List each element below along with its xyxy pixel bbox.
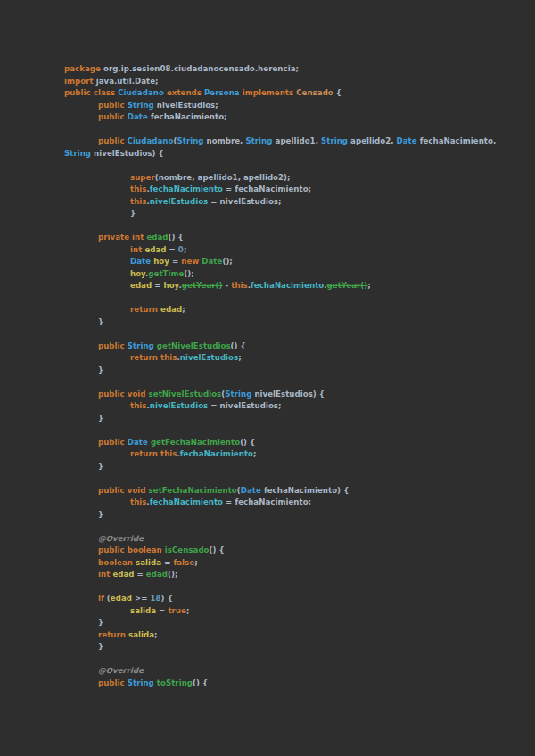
code-line-blank <box>64 220 531 233</box>
code-token-p: - <box>223 281 232 290</box>
code-token-k: int <box>130 245 144 254</box>
code-token-k: return <box>98 630 128 639</box>
code-token-t: String <box>321 136 350 145</box>
code-token-t: String <box>128 341 157 350</box>
code-token-k: this <box>130 497 147 506</box>
code-token-k: new <box>181 257 202 266</box>
code-line: @Override <box>64 665 531 678</box>
code-line: } <box>64 365 531 377</box>
code-token-p: (); <box>184 269 193 278</box>
code-line: public void setFechaNacimiento(Date fech… <box>64 485 531 497</box>
code-line: this.fechaNacimiento = fechaNacimiento; <box>64 184 531 196</box>
code-token-k: return <box>130 305 160 314</box>
code-token-m: getFechaNacimiento <box>151 438 240 447</box>
code-token-v: hoy <box>153 257 172 266</box>
code-line: } <box>64 461 531 473</box>
code-line: hoy.getTime(); <box>64 268 531 281</box>
code-token-k: public <box>98 136 128 145</box>
code-token-v: edad <box>112 570 136 579</box>
code-token-m: getNivelEstudios <box>157 341 231 350</box>
code-token-p: } <box>98 414 103 423</box>
code-line: salida = true; <box>64 605 531 618</box>
code-token-t: String <box>225 390 254 399</box>
code-token-p: = <box>169 245 178 254</box>
code-token-p: java.util.Date; <box>96 77 159 86</box>
code-line: @Override <box>64 533 531 546</box>
code-token-p: } <box>130 209 136 218</box>
code-token-m: edad <box>146 570 168 579</box>
code-line: public Date fechaNacimiento; <box>64 111 531 124</box>
code-token-a: @Override <box>98 534 144 543</box>
code-line-blank <box>64 328 531 341</box>
code-token-p: () { <box>169 233 184 242</box>
code-token-k: extends <box>167 88 204 97</box>
code-token-k: this <box>130 185 147 193</box>
code-token-f: fechaNacimiento <box>150 497 226 506</box>
code-token-p: nivelEstudios) { <box>254 390 325 399</box>
code-token-p: fechaNacimiento; <box>151 112 227 121</box>
code-line-blank <box>64 292 531 305</box>
code-token-p: { <box>336 88 342 97</box>
code-token-p: fechaNacimiento) { <box>264 486 349 495</box>
code-token-k: implements <box>243 88 297 97</box>
code-line: public String nivelEstudios; <box>64 100 531 112</box>
code-line: public class Ciudadano extends Persona i… <box>64 87 531 100</box>
code-token-k: true <box>168 606 186 615</box>
code-token-t: Date <box>128 438 151 447</box>
code-token-p: nombre, <box>207 136 246 145</box>
code-token-v: salida <box>136 558 164 567</box>
code-token-v: hoy <box>163 281 178 290</box>
code-token-p: ; <box>253 449 257 458</box>
code-token-t: String <box>128 678 157 687</box>
code-line: } <box>64 413 531 425</box>
code-token-k: public void <box>98 486 149 495</box>
code-token-t: Date <box>241 486 264 495</box>
code-token-p: = <box>154 281 163 290</box>
code-token-p: ; <box>154 630 158 639</box>
code-line-blank <box>64 424 531 437</box>
code-line: public Ciudadano(String nombre, String a… <box>64 136 531 148</box>
code-line: } <box>64 641 531 653</box>
code-token-t: Ciudadano <box>118 88 167 97</box>
code-line: public String getNivelEstudios() { <box>64 341 531 353</box>
code-token-p: } <box>98 366 103 374</box>
code-token-p: apellido1, <box>276 136 321 145</box>
code-token-t: String <box>64 149 94 158</box>
code-token-p: apellido2, <box>350 136 396 145</box>
code-line-blank <box>64 521 531 533</box>
code-line-blank <box>64 376 531 389</box>
code-line: boolean salida = false; <box>64 557 531 570</box>
code-token-t: String <box>177 136 206 145</box>
code-token-k: public <box>98 341 128 350</box>
code-token-k: import <box>64 77 96 86</box>
code-line: int edad = 0; <box>64 244 531 257</box>
code-line: return edad; <box>64 304 531 316</box>
code-token-p: ; <box>184 245 187 254</box>
code-token-k: public <box>98 112 128 121</box>
screenshot-root: { "document": { "kind": "java-source-lis… <box>0 0 535 756</box>
code-line: public String toString() { <box>64 678 531 690</box>
code-token-v: salida <box>128 630 154 639</box>
code-token-t: Persona <box>204 88 243 97</box>
code-token-p: = fechaNacimiento; <box>226 497 311 506</box>
code-token-t: Date <box>130 257 153 266</box>
code-line: public Date getFechaNacimiento() { <box>64 437 531 449</box>
code-token-p: } <box>98 618 103 627</box>
code-token-p: () { <box>240 438 255 447</box>
code-line: if (edad >= 18) { <box>64 593 531 605</box>
code-token-p: >= <box>135 594 151 603</box>
code-token-k: this <box>130 401 147 410</box>
code-token-t: String <box>128 101 157 110</box>
code-token-p: ; <box>186 606 190 615</box>
code-token-p: = <box>164 558 173 567</box>
code-token-k: if <box>98 594 107 603</box>
code-editor-text-area[interactable]: package org.ip.sesion08.ciudadanocensado… <box>64 63 531 756</box>
code-line: } <box>64 208 531 220</box>
code-token-k: public class <box>64 88 118 97</box>
code-token-p: } <box>98 642 103 651</box>
code-token-d: getYear() <box>327 281 368 290</box>
code-line: return this.nivelEstudios; <box>64 352 531 365</box>
code-token-v: salida <box>130 606 159 615</box>
code-token-p: () { <box>210 546 225 555</box>
code-line-blank <box>64 124 531 136</box>
